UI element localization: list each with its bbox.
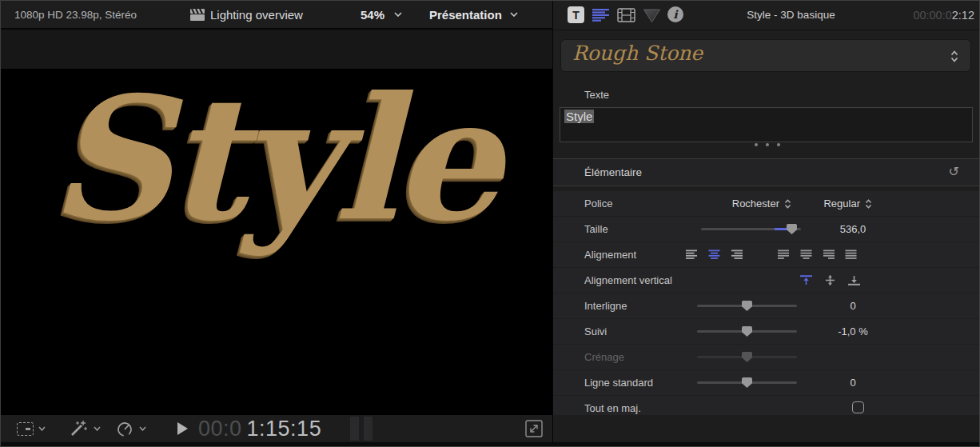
section-title: Élémentaire [584, 159, 642, 186]
valign-bottom-button[interactable] [847, 275, 861, 285]
valign-top-button[interactable] [799, 275, 813, 285]
tout-en-maj-checkbox[interactable] [852, 401, 864, 413]
align-center-button[interactable] [708, 249, 720, 260]
cone-3d-icon [643, 8, 661, 23]
inspector-title: Style - 3D basique [697, 1, 885, 30]
ligne-standard-slider[interactable] [697, 381, 797, 384]
film-strip-icon [617, 8, 635, 22]
row-crenage: Crénage [553, 345, 980, 369]
slider-handle[interactable] [787, 224, 797, 234]
font-family-select[interactable]: Rochester [732, 191, 791, 216]
slider-handle[interactable] [742, 377, 752, 388]
texte-section-label: Texte [584, 89, 609, 101]
duration-dim: 00:00:0 [913, 9, 951, 22]
expand-icon [525, 420, 543, 437]
chevron-down-icon [510, 12, 518, 17]
interligne-slider[interactable] [697, 305, 797, 307]
field-resize-handle[interactable] [553, 143, 980, 146]
clapperboard-icon [189, 1, 205, 28]
window-bottom-edge [1, 442, 980, 447]
selected-text: Style [564, 110, 594, 123]
timecode-dim: 00:0 [198, 417, 242, 441]
presentation-label: Présentation [429, 8, 502, 22]
slider-handle [742, 352, 752, 362]
viewer-canvas[interactable]: Style [1, 69, 552, 415]
justify-right-button[interactable] [823, 249, 835, 260]
timeline-timecode[interactable]: 00:01:15:15 [198, 415, 321, 442]
suivi-value[interactable]: -1,0 % [805, 319, 901, 344]
font-family-value: Rochester [732, 198, 779, 210]
row-police: Police Rochester Regular [553, 191, 980, 216]
row-alignement-vertical: Alignement vertical [553, 268, 980, 293]
tab-info-inspector[interactable]: i [667, 6, 683, 22]
preset-name: Rough Stone [572, 42, 703, 65]
duration-bright: 2:12 [952, 9, 974, 22]
enhancements-menu-button[interactable] [68, 415, 101, 442]
play-icon [177, 422, 188, 435]
align-right-button[interactable] [731, 249, 743, 260]
updown-chevrons-icon [865, 199, 872, 209]
inspector-header: T [553, 1, 980, 30]
ligne-standard-value[interactable]: 0 [805, 370, 901, 395]
title-3d-text[interactable]: Style [1, 69, 544, 258]
viewer-bottom-toolbar: 00:01:15:15 [1, 415, 552, 442]
crenage-label: Crénage [584, 345, 624, 369]
inspector-bottom-strip [553, 415, 980, 442]
justify-center-button[interactable] [800, 249, 812, 260]
parameter-rows: Police Rochester Regular Taille 536,0 [553, 191, 980, 421]
presentation-menu[interactable]: Présentation [429, 1, 518, 28]
alignment-buttons [686, 242, 857, 267]
viewer-area: Style [1, 30, 552, 415]
valign-label: Alignement vertical [584, 268, 672, 293]
chevron-down-icon [38, 426, 46, 431]
taille-label: Taille [584, 217, 608, 241]
reset-button[interactable]: ↺ [949, 164, 959, 180]
taille-slider[interactable] [701, 228, 801, 230]
tab-3d-inspector[interactable] [643, 8, 661, 23]
updown-chevrons-icon [784, 199, 791, 209]
text-content-field[interactable]: Style [560, 107, 973, 142]
format-label: 1080p HD 23.98p, Stéréo [14, 1, 137, 28]
tab-text-format[interactable] [592, 9, 610, 22]
taille-value[interactable]: 536,0 [805, 217, 901, 241]
zoom-select[interactable]: 54% [361, 1, 402, 28]
project-title: Lighting overview [210, 1, 303, 28]
info-icon: i [673, 8, 677, 21]
transform-icon [17, 422, 34, 436]
fullscreen-button[interactable] [525, 415, 543, 442]
slider-handle[interactable] [742, 326, 752, 337]
alignement-label: Alignement [584, 242, 636, 267]
updown-chevrons-icon [950, 50, 959, 62]
ligne-standard-label: Ligne standard [584, 370, 653, 395]
text-style-preset-select[interactable]: Rough Stone [560, 39, 971, 72]
tab-video-inspector[interactable] [617, 8, 635, 22]
justify-left-button[interactable] [778, 249, 790, 260]
tab-text-inspector[interactable]: T [568, 6, 584, 23]
interligne-label: Interligne [584, 293, 627, 318]
align-left-button[interactable] [686, 249, 698, 260]
play-button[interactable] [177, 415, 188, 442]
chevron-down-icon [94, 426, 101, 431]
row-alignement: Alignement [553, 242, 980, 267]
valign-middle-button[interactable] [823, 275, 837, 285]
fcpx-window: 1080p HD 23.98p, Stéréo Lighting overvie… [0, 0, 980, 447]
interligne-value[interactable]: 0 [805, 293, 901, 318]
text-inspector-icon: T [572, 9, 580, 22]
suivi-slider[interactable] [697, 330, 797, 333]
slider-handle[interactable] [742, 301, 752, 311]
crenage-slider [697, 356, 797, 358]
retime-gauge-icon [116, 421, 134, 437]
timeline-marker-bar [364, 417, 372, 441]
police-label: Police [584, 191, 612, 216]
justify-all-button[interactable] [845, 249, 857, 260]
timecode-bright: 1:15:15 [247, 417, 322, 441]
magic-wand-icon [68, 419, 89, 438]
font-face-select[interactable]: Regular [823, 191, 872, 216]
row-ligne-standard: Ligne standard 0 [553, 370, 980, 395]
viewer-toolbar: 1080p HD 23.98p, Stéréo Lighting overvie… [1, 1, 552, 30]
row-suivi: Suivi -1,0 % [553, 319, 980, 344]
font-face-value: Regular [823, 198, 860, 210]
chevron-down-icon [394, 12, 402, 17]
transform-menu-button[interactable] [17, 415, 46, 442]
retime-menu-button[interactable] [116, 415, 146, 442]
